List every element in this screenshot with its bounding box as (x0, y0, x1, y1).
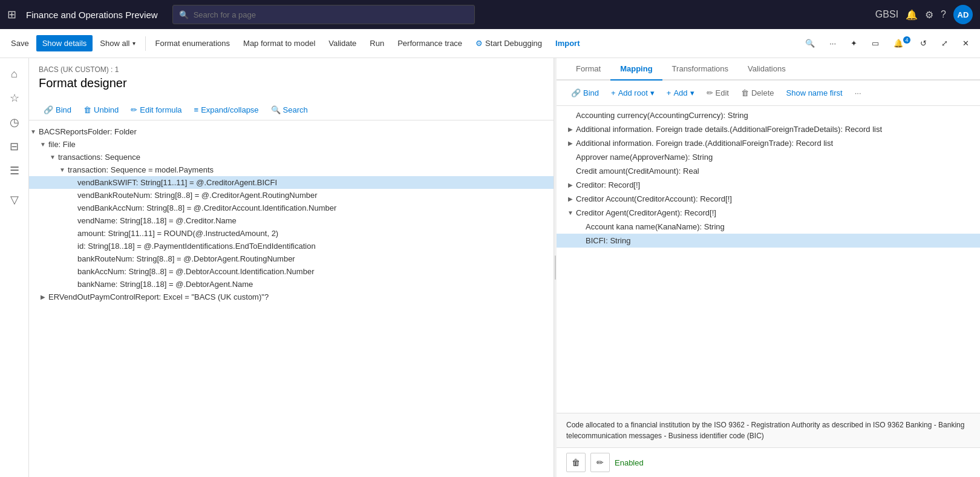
panel-divider[interactable] (554, 58, 557, 477)
grid-menu-icon[interactable]: ⊞ (7, 8, 16, 21)
tree-item-vendName[interactable]: vendName: String[18..18] = @.Creditor.Na… (29, 214, 554, 227)
tree-item-bankRouteNum[interactable]: bankRouteNum: String[8..8] = @.DebtorAge… (29, 252, 554, 265)
sidebar-item-workspaces[interactable]: ⊟ (4, 136, 25, 157)
mapping-tree[interactable]: Accounting currency(AccountingCurrency):… (557, 106, 980, 413)
edit-formula-button[interactable]: ✏ Edit formula (126, 102, 186, 117)
tree-toggle-file[interactable]: ▼ (39, 141, 47, 148)
sidebar-item-home[interactable]: ⌂ (4, 63, 25, 85)
tree-item-amount[interactable]: amount: String[11..11] = ROUND(@.Instruc… (29, 227, 554, 240)
breadcrumb: BACS (UK CUSTOM) : 1 (39, 65, 544, 74)
right-panel-toolbar: 🔗 Bind + Add root ▾ + Add ▾ ✏ Edit 🗑 Del… (557, 81, 980, 106)
mapping-item-acc_currency[interactable]: Accounting currency(AccountingCurrency):… (557, 108, 980, 122)
help-icon[interactable]: ? (941, 9, 946, 20)
mapping-item-creditor_agent[interactable]: ▼Creditor Agent(CreditorAgent): Record[!… (557, 206, 980, 220)
add-button[interactable]: + Add ▾ (662, 85, 699, 100)
tree-label-transaction: transaction: Sequence = model.Payments (67, 165, 214, 174)
mapping-toggle-creditor[interactable]: ▶ (566, 182, 575, 188)
expand-collapse-button[interactable]: ≡ Expand/collapse (189, 102, 264, 117)
mapping-item-bicfi[interactable]: BICFI: String (557, 234, 980, 248)
mapping-label-creditor_account: Creditor Account(CreditorAccount): Recor… (575, 194, 732, 203)
top-navigation-bar: ⊞ Finance and Operations Preview 🔍 GBSI … (0, 0, 980, 29)
mapping-item-creditor_account[interactable]: ▶Creditor Account(CreditorAccount): Reco… (557, 192, 980, 206)
unbind-button[interactable]: 🗑 Unbind (79, 102, 123, 117)
mapping-item-add_info_foreign_trade_details[interactable]: ▶Additional information. Foreign trade d… (557, 122, 980, 136)
mapping-toggle-creditor_agent[interactable]: ▼ (566, 209, 575, 216)
show-details-button[interactable]: Show details (36, 35, 93, 51)
bind-button[interactable]: 🔗 Bind (39, 102, 76, 117)
toolbar-more-icon[interactable]: ··· (823, 35, 842, 51)
tree-item-transactions[interactable]: ▼transactions: Sequence (29, 151, 554, 163)
mapping-toggle-add_info_foreign_trade_details[interactable]: ▶ (566, 126, 575, 133)
edit-icon: ✏ (707, 88, 713, 97)
delete-button[interactable]: 🗑 Delete (736, 85, 779, 100)
left-search-button[interactable]: 🔍 Search (266, 102, 313, 117)
more-options-button[interactable]: ··· (850, 85, 866, 100)
toolbar-settings-icon[interactable]: ✦ (844, 35, 863, 51)
notifications-icon[interactable]: 🔔 (906, 9, 918, 21)
sidebar-item-favorites[interactable]: ☆ (4, 87, 25, 109)
settings-icon[interactable]: ⚙ (925, 9, 933, 21)
toolbar-panel-icon[interactable]: ▭ (866, 35, 885, 51)
tree-toggle-transactions[interactable]: ▼ (48, 154, 57, 160)
format-tree[interactable]: ▼BACSReportsFolder: Folder▼file: File▼tr… (29, 120, 554, 477)
tree-item-bankName[interactable]: bankName: String[18..18] = @.DebtorAgent… (29, 278, 554, 291)
tab-validations[interactable]: Validations (738, 58, 795, 81)
user-avatar[interactable]: AD (953, 5, 973, 24)
description-text: Code allocated to a financial institutio… (566, 421, 964, 440)
edit-item-button[interactable]: ✏ (590, 453, 610, 472)
tree-label-id: id: String[18..18] = @.PaymentIdentifica… (76, 242, 316, 251)
mapping-toggle-add_info_foreign_trade[interactable]: ▶ (566, 140, 575, 146)
tree-label-vendName: vendName: String[18..18] = @.Creditor.Na… (76, 216, 237, 225)
show-all-button[interactable]: Show all ▾ (94, 35, 141, 51)
toolbar-refresh-icon[interactable]: ↺ (914, 35, 933, 51)
delete-item-button[interactable]: 🗑 (566, 453, 586, 472)
format-enumerations-button[interactable]: Format enumerations (149, 35, 237, 51)
tree-item-ervend[interactable]: ▶ERVendOutPaymControlReport: Excel = "BA… (29, 291, 554, 303)
tree-toggle-bacs[interactable]: ▼ (29, 128, 38, 135)
mapping-item-add_info_foreign_trade[interactable]: ▶Additional information. Foreign trade.(… (557, 136, 980, 150)
tree-item-bacs[interactable]: ▼BACSReportsFolder: Folder (29, 125, 554, 138)
tree-item-bankAccNum[interactable]: bankAccNum: String[8..8] = @.DebtorAccou… (29, 265, 554, 278)
mapping-item-credit_amount[interactable]: Credit amount(CreditAmount): Real (557, 164, 980, 178)
add-root-button[interactable]: + Add root ▾ (606, 85, 659, 100)
tree-item-id[interactable]: id: String[18..18] = @.PaymentIdentifica… (29, 240, 554, 252)
toolbar-search-icon[interactable]: 🔍 (799, 35, 821, 51)
right-bind-button[interactable]: 🔗 Bind (566, 85, 604, 100)
sidebar-item-recent[interactable]: ◷ (4, 111, 25, 133)
tree-item-vendBankRouteNum[interactable]: vendBankRouteNum: String[8..8] = @.Credi… (29, 189, 554, 202)
tree-item-transaction[interactable]: ▼transaction: Sequence = model.Payments (29, 163, 554, 176)
map-format-to-model-button[interactable]: Map format to model (237, 35, 321, 51)
toolbar-close-icon[interactable]: ✕ (956, 35, 975, 51)
mapping-item-approver_name[interactable]: Approver name(ApproverName): String (557, 150, 980, 164)
search-icon: 🔍 (179, 10, 189, 19)
show-all-chevron-icon: ▾ (132, 40, 136, 47)
tree-item-file[interactable]: ▼file: File (29, 138, 554, 151)
tab-format[interactable]: Format (566, 58, 610, 81)
sidebar-item-modules[interactable]: ☰ (4, 160, 25, 182)
mapping-item-creditor[interactable]: ▶Creditor: Record[!] (557, 178, 980, 192)
tab-transformations[interactable]: Transformations (662, 58, 738, 81)
mapping-toggle-creditor_account[interactable]: ▶ (566, 196, 575, 202)
sidebar-filter-icon[interactable]: ▽ (4, 189, 25, 211)
performance-trace-button[interactable]: Performance trace (391, 35, 468, 51)
global-search-input[interactable] (194, 10, 468, 19)
toolbar-expand-icon[interactable]: ⤢ (935, 35, 954, 51)
global-search-box[interactable]: 🔍 (172, 5, 475, 24)
edit-button[interactable]: ✏ Edit (702, 85, 734, 100)
start-debugging-button[interactable]: ⚙ Start Debugging (469, 35, 548, 51)
tree-item-vendBankSWIFT[interactable]: vendBankSWIFT: String[11..11] = @.Credit… (29, 176, 554, 189)
mapping-item-account_kana[interactable]: Account kana name(KanaName): String (557, 220, 980, 234)
import-button[interactable]: Import (549, 35, 586, 51)
tree-item-vendBankAccNum[interactable]: vendBankAccNum: String[8..8] = @.Credito… (29, 202, 554, 214)
validate-button[interactable]: Validate (322, 35, 362, 51)
save-button[interactable]: Save (5, 35, 35, 51)
tree-toggle-ervend[interactable]: ▶ (39, 294, 47, 300)
region-selector[interactable]: GBSI (875, 9, 898, 20)
tree-label-transactions: transactions: Sequence (57, 153, 140, 162)
run-button[interactable]: Run (364, 35, 390, 51)
tree-toggle-transaction[interactable]: ▼ (58, 166, 67, 173)
toolbar-notification-icon[interactable]: 🔔4 (887, 35, 912, 51)
mapping-label-creditor: Creditor: Record[!] (575, 180, 640, 189)
tab-mapping[interactable]: Mapping (610, 58, 662, 81)
show-name-first-button[interactable]: Show name first (782, 85, 848, 100)
